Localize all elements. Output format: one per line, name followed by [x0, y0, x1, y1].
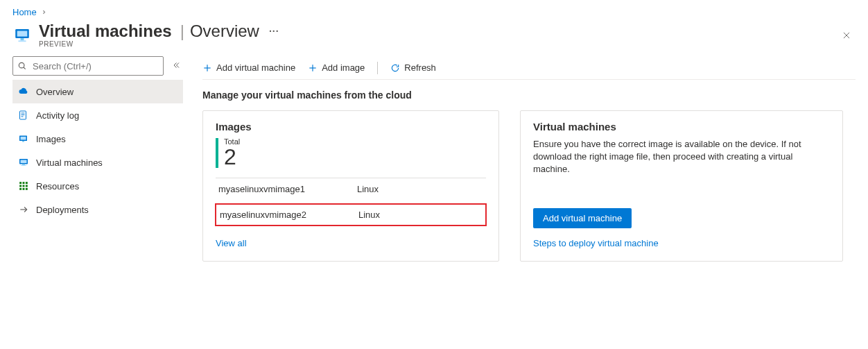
- image-os-cell: Linux: [354, 178, 486, 200]
- sidebar-item-images[interactable]: Images: [12, 127, 183, 151]
- sidebar-item-resources[interactable]: Resources: [12, 174, 183, 198]
- svg-rect-19: [19, 182, 21, 184]
- svg-rect-2: [21, 38, 24, 40]
- page-section: Overview: [190, 23, 259, 40]
- chevron-right-icon: [41, 7, 47, 17]
- svg-rect-20: [23, 182, 25, 184]
- image-icon: [18, 133, 29, 144]
- virtual-machines-card: Virtual machines Ensure you have the cor…: [520, 110, 843, 262]
- image-name-cell: myaselinuxvmimage2: [217, 204, 356, 225]
- view-all-link[interactable]: View all: [216, 238, 247, 248]
- images-card: Images Total 2 myaselinuxvmimage1 Linux: [202, 110, 499, 262]
- plus-icon: [308, 63, 318, 73]
- sidebar-item-label: Overview: [36, 87, 73, 97]
- steps-link[interactable]: Steps to deploy virtual machine: [533, 238, 830, 248]
- search-icon: [17, 61, 27, 71]
- toolbar-separator: [377, 62, 378, 74]
- image-name-cell: myaselinuxvmimage1: [216, 178, 354, 200]
- total-value: 2: [224, 146, 240, 168]
- close-button[interactable]: [837, 27, 856, 46]
- sidebar-item-label: Images: [36, 134, 66, 144]
- add-vm-button[interactable]: Add virtual machine: [202, 62, 295, 73]
- refresh-button[interactable]: Refresh: [390, 62, 436, 73]
- sidebar-item-deployments[interactable]: Deployments: [12, 198, 183, 221]
- card-title: Virtual machines: [533, 121, 830, 133]
- svg-point-6: [19, 62, 24, 68]
- deployment-icon: [18, 204, 29, 215]
- sidebar-item-label: Activity log: [36, 110, 79, 121]
- preview-tag: PREVIEW: [39, 41, 279, 48]
- svg-rect-13: [21, 137, 26, 140]
- grid-icon: [18, 180, 29, 191]
- svg-line-7: [24, 67, 26, 69]
- breadcrumb: Home: [12, 7, 856, 17]
- svg-rect-3: [18, 40, 26, 42]
- refresh-icon: [390, 63, 400, 73]
- toolbar-label: Add image: [322, 62, 365, 73]
- sidebar-item-label: Resources: [36, 181, 79, 191]
- sidebar-item-virtual-machines[interactable]: Virtual machines: [12, 151, 183, 174]
- svg-rect-21: [26, 182, 28, 184]
- svg-rect-27: [26, 188, 28, 190]
- table-row[interactable]: myaselinuxvmimage2 Linux: [216, 204, 486, 225]
- svg-rect-1: [17, 31, 28, 37]
- sidebar-item-label: Deployments: [36, 205, 89, 215]
- svg-rect-17: [22, 164, 25, 166]
- vm-icon: [18, 157, 29, 168]
- collapse-sidebar-icon[interactable]: [169, 60, 183, 73]
- svg-rect-24: [26, 185, 28, 187]
- sidebar: Overview Activity log Images: [12, 56, 183, 262]
- page-subtitle: Manage your virtual machines from the cl…: [202, 90, 856, 101]
- toolbar-label: Add virtual machine: [216, 62, 295, 73]
- sidebar-item-overview[interactable]: Overview: [12, 80, 183, 103]
- vm-service-icon: [12, 26, 32, 45]
- add-vm-primary-button[interactable]: Add virtual machine: [533, 208, 632, 228]
- card-title: Images: [216, 121, 486, 133]
- svg-rect-18: [21, 165, 26, 166]
- add-image-button[interactable]: Add image: [308, 62, 365, 73]
- sidebar-item-label: Virtual machines: [36, 158, 103, 168]
- cloud-icon: [18, 86, 29, 97]
- more-icon[interactable]: ···: [269, 26, 279, 36]
- plus-icon: [202, 63, 212, 73]
- svg-rect-22: [19, 185, 21, 187]
- svg-rect-16: [21, 160, 27, 164]
- svg-rect-23: [23, 185, 25, 187]
- search-input[interactable]: [31, 60, 159, 72]
- table-row[interactable]: myaselinuxvmimage1 Linux: [216, 178, 486, 200]
- sidebar-item-activity-log[interactable]: Activity log: [12, 103, 183, 127]
- search-box[interactable]: [12, 56, 164, 76]
- breadcrumb-home[interactable]: Home: [12, 7, 37, 17]
- page-title: Virtual machines: [39, 23, 172, 40]
- title-separator: |: [180, 23, 184, 40]
- svg-rect-14: [22, 141, 24, 142]
- toolbar-label: Refresh: [404, 62, 436, 73]
- card-description: Ensure you have the correct image is ava…: [533, 138, 830, 176]
- svg-rect-25: [19, 188, 21, 190]
- svg-rect-26: [23, 188, 25, 190]
- log-icon: [18, 110, 29, 121]
- image-os-cell: Linux: [356, 204, 485, 225]
- total-accent-bar: [216, 138, 218, 168]
- toolbar: Add virtual machine Add image Refresh: [202, 56, 856, 80]
